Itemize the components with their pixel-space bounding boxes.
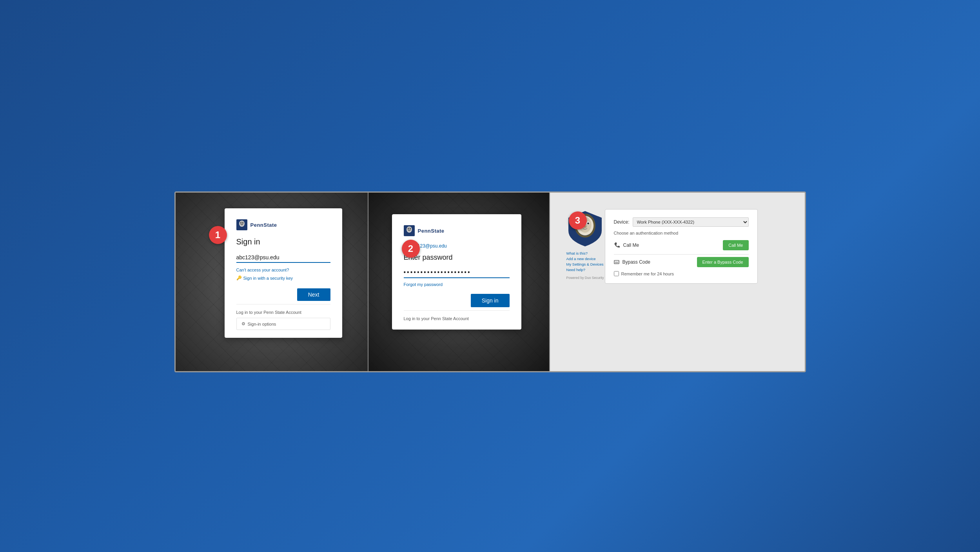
svg-point-3 [240, 222, 241, 224]
what-is-this-link[interactable]: What is this? [566, 251, 604, 255]
svg-rect-19 [615, 261, 615, 262]
add-new-device-link[interactable]: Add a new device [566, 257, 604, 261]
auth-method-label: Choose an authentication method [614, 231, 749, 235]
sign-in-button[interactable]: Sign in [471, 294, 510, 307]
login-card-1: PennState Sign in Can't access your acco… [225, 208, 342, 338]
next-button[interactable]: Next [297, 288, 330, 301]
call-me-button[interactable]: Call Me [723, 240, 748, 250]
svg-rect-18 [614, 261, 619, 264]
security-key-link[interactable]: 🔑 Sign in with a security key [236, 275, 330, 281]
phone-icon [614, 242, 620, 248]
svg-point-4 [242, 222, 243, 224]
screenshots-row: 1 PennState Sign in [174, 191, 806, 372]
panel-2: 2 PennState ← abc123 [368, 193, 550, 371]
my-settings-link[interactable]: My Settings & Devices [566, 262, 604, 266]
remember-me-row: Remember me for 24 hours [614, 271, 749, 276]
main-container: 1 PennState Sign in [0, 0, 980, 552]
sign-in-title: Sign in [236, 237, 330, 246]
duo-powered-text: Powered by Duo Security [566, 276, 604, 280]
cant-access-link[interactable]: Can't access your account? [236, 268, 330, 272]
step-badge-1: 1 [209, 226, 227, 244]
password-input[interactable] [404, 267, 510, 278]
enter-bypass-code-button[interactable]: Enter a Bypass Code [697, 257, 749, 267]
step-badge-3: 3 [569, 211, 587, 230]
panel-3: 3 [550, 193, 805, 371]
card-2-footer: Log in to your Penn State Account [404, 310, 510, 321]
svg-rect-21 [617, 261, 618, 262]
bypass-code-row: Bypass Code Enter a Bypass Code [614, 257, 749, 267]
svg-point-15 [587, 222, 589, 224]
keyboard-icon [614, 259, 619, 265]
forgot-password-link[interactable]: Forgot my password [404, 282, 510, 287]
device-label: Device: [614, 219, 630, 225]
device-select[interactable]: Work Phone (XXX-XXX-4322) [633, 217, 749, 227]
email-input[interactable] [236, 253, 330, 263]
sign-in-options[interactable]: ⚙ Sign-in options [236, 318, 330, 330]
bypass-code-text: Bypass Code [622, 259, 650, 265]
svg-point-9 [410, 228, 411, 230]
svg-rect-22 [615, 262, 618, 263]
enter-password-title: Enter password [404, 253, 510, 262]
login-card-2: PennState ← abc123@psu.edu Enter passwor… [392, 214, 521, 330]
sign-in-options-icon: ⚙ [241, 321, 245, 326]
auth-divider [614, 254, 749, 255]
security-key-icon: 🔑 [236, 275, 242, 281]
pennstate-logo-icon-2 [404, 225, 415, 236]
svg-point-8 [408, 228, 409, 230]
pennstate-logo-icon-1 [236, 219, 247, 230]
remember-checkbox[interactable] [614, 271, 619, 276]
duo-device-row: Device: Work Phone (XXX-XXX-4322) [614, 217, 749, 227]
call-me-text: Call Me [623, 242, 639, 248]
pennstate-logo-1: PennState [236, 219, 330, 230]
card-1-footer: Log in to your Penn State Account [236, 304, 330, 315]
step-badge-2: 2 [402, 240, 420, 258]
svg-rect-20 [616, 261, 617, 262]
pennstate-logo-2: PennState [404, 225, 510, 236]
need-help-link[interactable]: Need help? [566, 268, 604, 272]
call-me-left: Call Me [614, 242, 639, 248]
bypass-left: Bypass Code [614, 259, 650, 265]
call-me-row: Call Me Call Me [614, 240, 749, 250]
remember-label: Remember me for 24 hours [621, 271, 674, 276]
duo-links: What is this? Add a new device My Settin… [566, 251, 604, 280]
duo-card: Device: Work Phone (XXX-XXX-4322) Choose… [605, 209, 758, 284]
pennstate-text-2: PennState [418, 228, 445, 234]
panel-1: 1 PennState Sign in [176, 193, 368, 371]
pennstate-text-1: PennState [250, 222, 277, 228]
